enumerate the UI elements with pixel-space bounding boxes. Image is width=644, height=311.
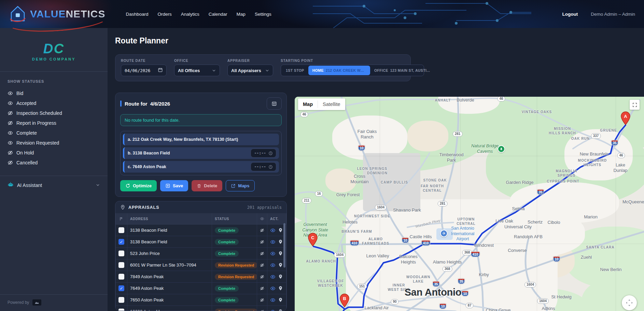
hide-row-button[interactable] [260, 262, 264, 268]
eye-icon [8, 91, 13, 96]
nav-link-map[interactable]: Map [237, 12, 246, 17]
view-action-icon[interactable] [270, 309, 276, 311]
locate-action-icon[interactable] [278, 274, 283, 279]
starting-point-option-home[interactable]: HOME212 OAK CREEK WA... [308, 66, 370, 75]
save-button[interactable]: Save [160, 180, 188, 191]
hide-row-button[interactable] [260, 239, 264, 245]
logout-button[interactable]: Logout [562, 12, 578, 17]
route-date-value: 04/06/2026 [125, 68, 150, 73]
route-date-group: ROUTE DATE 04/06/2026 [121, 59, 167, 76]
route-marker-a[interactable]: A [621, 111, 630, 125]
nav-link-dashboard[interactable]: Dashboard [126, 12, 148, 17]
fullscreen-button[interactable] [630, 100, 640, 110]
brand[interactable]: VALUENETICS [0, 5, 105, 23]
hide-row-button[interactable] [260, 274, 264, 280]
nav-link-calendar[interactable]: Calendar [209, 12, 227, 17]
nav-link-orders[interactable]: Orders [158, 12, 172, 17]
route-stop-label: c. 7649 Aston Peak [128, 164, 251, 169]
company-logo: DC DEMO COMPANY [0, 28, 108, 71]
body: DC DEMO COMPANY SHOW STATUSES BidAccepte… [0, 28, 644, 311]
stop-time-input[interactable]: --:-- [251, 162, 276, 171]
status-toggle-cancelled[interactable]: Cancelled [8, 158, 100, 167]
appraisals-title: APPRAISALS [128, 205, 159, 210]
row-checkbox[interactable] [118, 297, 124, 303]
eye-icon [8, 140, 13, 146]
row-checkbox[interactable] [118, 262, 124, 268]
map-label-mcqueeney: McQueeney [622, 199, 644, 205]
status-toggle-inspection-scheduled[interactable]: Inspection Scheduled [8, 108, 100, 118]
row-checkbox[interactable]: ✓ [118, 285, 124, 291]
segment-label: OFFICE [374, 68, 388, 72]
hide-row-button[interactable] [260, 286, 264, 291]
row-checkbox[interactable] [118, 227, 124, 233]
view-action-icon[interactable] [270, 262, 276, 268]
starting-point-option-office[interactable]: OFFICE123 MAIN ST, AUSTI... [370, 66, 434, 75]
table-scrollbar[interactable] [283, 223, 285, 268]
view-action-icon[interactable] [270, 251, 276, 256]
powered-by-badge [32, 299, 41, 306]
row-checkbox[interactable] [118, 251, 124, 256]
brand-house-icon [9, 5, 27, 23]
stop-time-value: --:-- [254, 164, 266, 169]
cell-status: Complete [212, 248, 257, 259]
optimize-button[interactable]: Optimize [120, 180, 157, 191]
locate-action-icon[interactable] [278, 239, 283, 244]
status-badge: Revision Requested [215, 309, 257, 311]
map-pin-icon [120, 205, 125, 210]
status-toggle-accepted[interactable]: Accepted [8, 98, 100, 108]
route-marker-b[interactable]: B [340, 294, 349, 307]
hide-row-button[interactable] [260, 228, 264, 233]
hide-row-button[interactable] [260, 309, 264, 311]
starting-point-option-first-stop[interactable]: 1ST STOP [282, 66, 308, 75]
view-action-icon[interactable] [270, 274, 276, 280]
svg-text:A: A [624, 114, 627, 119]
route-stop-stop[interactable]: c. 7649 Aston Peak--:-- [123, 161, 279, 173]
locate-action-icon[interactable] [278, 309, 283, 311]
locate-action-icon[interactable] [278, 297, 283, 302]
calendar-icon[interactable] [158, 67, 163, 73]
route-marker-c[interactable]: C [308, 233, 318, 246]
view-action-icon[interactable] [270, 286, 276, 291]
maps-button[interactable]: Maps [226, 180, 254, 191]
locate-action-icon[interactable] [278, 228, 283, 233]
route-calendar-grid-button[interactable] [267, 97, 282, 110]
status-toggle-complete[interactable]: Complete [8, 128, 100, 138]
status-toggle-bid[interactable]: Bid [8, 88, 100, 98]
map-type-map-button[interactable]: Map [298, 98, 318, 110]
status-toggle-revision-requested[interactable]: Revision Requested [8, 138, 100, 148]
office-value: All Offices [178, 68, 200, 73]
route-card-title: Route for [125, 101, 148, 107]
row-checkbox[interactable]: ✓ [118, 239, 124, 245]
view-action-icon[interactable] [270, 228, 276, 233]
locate-action-icon[interactable] [278, 262, 283, 268]
view-action-icon[interactable] [270, 297, 276, 303]
ai-assistant-toggle[interactable]: AI Assistant [0, 176, 108, 194]
nav-link-analytics[interactable]: Analytics [181, 12, 199, 17]
status-list: BidAcceptedInspection ScheduledReport in… [8, 88, 100, 167]
locate-action-icon[interactable] [278, 251, 283, 256]
map-type-satellite-button[interactable]: Satellite [318, 98, 345, 110]
status-toggle-on-hold[interactable]: On Hold [8, 148, 100, 158]
route-date-input[interactable]: 04/06/2026 [121, 65, 167, 76]
hide-row-button[interactable] [260, 297, 264, 303]
delete-button[interactable]: Delete [192, 180, 222, 191]
hide-row-button[interactable] [260, 251, 264, 256]
appraiser-select[interactable]: All Appraisers [227, 65, 273, 76]
row-checkbox[interactable] [118, 274, 124, 280]
route-stop-stop[interactable]: b. 3138 Beacon Field--:-- [123, 147, 279, 159]
cell-hide [257, 248, 267, 259]
status-toggle-report-in-progress[interactable]: Report in Progress [8, 118, 100, 128]
map-canvas[interactable]: ANHALTBulverdeVINTAGE OAKSMISSION HILLS … [295, 97, 644, 311]
cell-actions [267, 306, 286, 311]
row-checkbox[interactable] [118, 309, 124, 311]
map-terrain [325, 168, 356, 192]
cell-status: Revision Requested [212, 306, 257, 311]
nav-link-settings[interactable]: Settings [255, 12, 271, 17]
stop-time-input[interactable]: --:-- [251, 149, 276, 158]
pan-control[interactable] [622, 295, 637, 310]
clock-icon [268, 151, 273, 156]
view-action-icon[interactable] [270, 239, 276, 245]
locate-action-icon[interactable] [278, 286, 283, 291]
office-select[interactable]: All Offices [174, 65, 220, 76]
route-stop-start[interactable]: a. 212 Oak Creek Way, New Braunfels, TX … [123, 134, 279, 145]
